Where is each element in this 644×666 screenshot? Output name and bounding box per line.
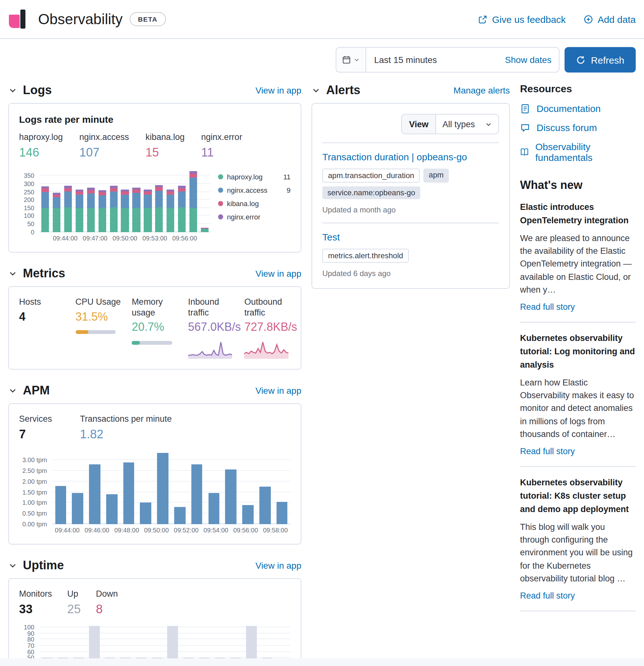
chevron-down-icon[interactable]: [8, 561, 17, 569]
date-picker[interactable]: Last 15 minutes Show dates: [336, 47, 560, 72]
x-axis-label: 09:44:00: [55, 526, 80, 533]
page-title: Observability: [38, 11, 123, 28]
apm-view-in-app-link[interactable]: View in app: [255, 385, 301, 396]
metrics-view-in-app-link[interactable]: View in app: [255, 268, 301, 278]
bar: [154, 168, 165, 232]
alerts-type-filter[interactable]: View All types: [401, 114, 499, 134]
uptime-section-header: Uptime View in app: [8, 558, 301, 572]
logs-chart-legend: haproxy.log 11 nginx.access 9 kibana.log: [218, 168, 290, 241]
bar: [103, 450, 121, 524]
y-axis-label: 90: [27, 630, 34, 637]
alerts-toolbar: View All types: [322, 114, 499, 134]
bar-segment: [156, 187, 163, 191]
sparkline: [245, 340, 289, 359]
stat-monitors: Monitors 33: [19, 589, 52, 616]
x-axis-label: 09:50:00: [144, 526, 169, 533]
article-title: Kubernetes observability tutorial: K8s c…: [520, 476, 636, 516]
logs-section: Logs View in app Logs rate per minute ha…: [8, 83, 301, 252]
bar-segment: [166, 208, 174, 232]
uptime-stats-row: Monitors 33 Up 25 Down 8: [19, 589, 290, 616]
bar-segment: [178, 191, 186, 207]
legend-label: nginx.error: [227, 213, 287, 221]
divider: [520, 466, 636, 467]
resource-link-discuss-forum[interactable]: Discuss forum: [520, 122, 636, 133]
bar-stack: [178, 186, 186, 232]
chevron-down-icon[interactable]: [8, 269, 17, 278]
add-data-link[interactable]: Add data: [584, 14, 636, 24]
logo-navy-shape: [20, 10, 25, 29]
plus-circle-icon: [584, 14, 593, 24]
logs-chart-row: 05010015020025030035009:44:0009:47:0009:…: [19, 168, 290, 241]
alert-title-link[interactable]: Transaction duration | opbeans-go: [322, 152, 467, 162]
y-axis-label: 100: [24, 624, 34, 631]
stat-transactions-per-minute: Transactions per minute 1.82: [80, 414, 172, 442]
bar-segment: [75, 191, 83, 195]
read-full-story-link[interactable]: Read full story: [520, 302, 575, 312]
y-axis-label: 80: [27, 636, 34, 643]
stat-label: nginx.access: [79, 132, 129, 143]
refresh-button[interactable]: Refresh: [565, 47, 636, 72]
bar: [142, 168, 154, 232]
stat-services: Services 7: [19, 414, 52, 442]
show-dates-link[interactable]: Show dates: [498, 55, 559, 65]
bar-stack: [98, 190, 106, 232]
filter-select[interactable]: All types: [436, 115, 498, 134]
alert-item: Transaction duration | opbeans-go apm.tr…: [322, 152, 499, 214]
stat-label: Hosts: [19, 297, 65, 308]
stat-value: 7: [19, 427, 52, 442]
cpu-progress-fill: [75, 330, 88, 334]
logs-panel: Logs rate per minute haproxy.log 146 ngi…: [8, 103, 301, 252]
stat-label: Outbound traffic: [245, 297, 290, 318]
read-full-story-link[interactable]: Read full story: [520, 446, 575, 456]
give-feedback-link[interactable]: Give us feedback: [478, 14, 566, 24]
bar: [74, 168, 85, 232]
app-header: Observability BETA Give us feedback Add …: [0, 0, 644, 39]
legend-item-kibana-log[interactable]: kibana.log: [218, 199, 290, 207]
bar: [69, 450, 87, 524]
stat-value: 31.5%: [75, 310, 121, 324]
y-axis-label: 3.00 tpm: [22, 457, 47, 464]
bar-stack: [201, 228, 209, 232]
legend-item-nginx-error[interactable]: nginx.error: [218, 213, 290, 221]
y-axis: 0.00 tpm0.50 tpm1.00 tpm1.50 tpm2.00 tpm…: [19, 450, 52, 524]
logs-view-in-app-link[interactable]: View in app: [255, 85, 301, 95]
bar: [51, 168, 62, 232]
header-links: Give us feedback Add data: [478, 14, 636, 24]
stat-label: Down: [96, 589, 118, 599]
bar: [189, 450, 205, 524]
legend-dot: [218, 214, 223, 219]
chevron-down-icon[interactable]: [8, 86, 17, 95]
manage-alerts-link[interactable]: Manage alerts: [453, 85, 510, 95]
news-article: Kubernetes observability tutorial: K8s c…: [520, 476, 636, 601]
fundamentals-icon: [520, 147, 529, 157]
read-full-story-link[interactable]: Read full story: [520, 591, 575, 600]
stat-value: 8: [96, 602, 118, 617]
resource-link-observability-fundamentals[interactable]: Observability fundamentals: [520, 141, 636, 163]
refresh-icon: [576, 55, 586, 65]
filter-prepend-label: View: [402, 115, 436, 134]
chevron-down-icon[interactable]: [8, 386, 17, 395]
legend-item-haproxy[interactable]: haproxy.log 11: [218, 173, 290, 180]
bar-segment: [87, 190, 94, 193]
bar: [137, 450, 155, 524]
date-picker-quick-menu[interactable]: [337, 48, 366, 72]
time-range-value[interactable]: Last 15 minutes: [366, 55, 498, 65]
inbound-traffic-sparkline: [188, 340, 232, 359]
resource-link-documentation[interactable]: Documentation: [520, 103, 636, 114]
bar-stack: [144, 190, 151, 232]
bar-segment: [41, 192, 49, 208]
stat-label: kibana.log: [146, 132, 185, 143]
stat-label: Transactions per minute: [80, 414, 172, 425]
main-column: Logs View in app Logs rate per minute ha…: [8, 83, 301, 666]
legend-item-nginx-access[interactable]: nginx.access 9: [218, 186, 290, 194]
alert-title-link[interactable]: Test: [322, 231, 340, 242]
stat-value: 25: [67, 602, 81, 617]
bar-segment: [144, 191, 151, 195]
uptime-view-in-app-link[interactable]: View in app: [255, 560, 301, 570]
y-axis: 050100150200250300350: [19, 168, 39, 232]
bar-segment: [190, 177, 197, 208]
bar: [256, 450, 274, 524]
y-axis-label: 70: [27, 642, 34, 649]
metrics-stats-row: Hosts 4 CPU Usage 31.5% Memory usage 20.…: [19, 297, 290, 359]
chevron-down-icon[interactable]: [311, 86, 320, 95]
